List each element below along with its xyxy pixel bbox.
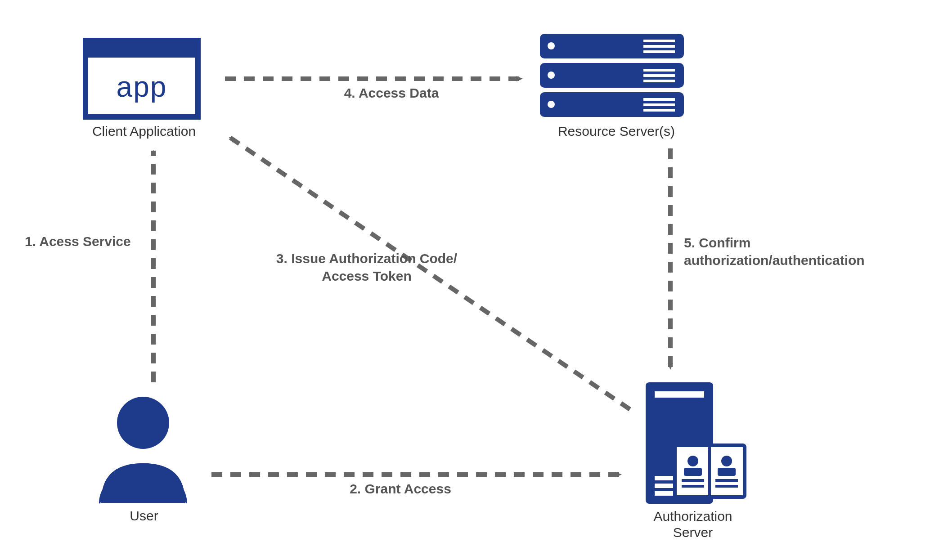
client-application-label: Client Application [76, 124, 211, 139]
user-icon [99, 397, 187, 504]
app-icon-text: app [117, 71, 167, 103]
svg-rect-21 [655, 476, 704, 480]
svg-point-18 [117, 397, 169, 449]
svg-rect-33 [715, 485, 738, 488]
auth-server-label-line1: Authorization [653, 509, 732, 524]
svg-point-30 [721, 456, 732, 466]
svg-rect-28 [682, 479, 704, 482]
svg-rect-31 [718, 468, 736, 476]
edge-label-step2: 2. Grant Access [342, 481, 459, 497]
svg-rect-5 [643, 40, 675, 42]
edge-label-step5: 5. Confirm authorization/authentication [684, 234, 891, 269]
svg-rect-27 [684, 468, 702, 476]
svg-rect-20 [655, 391, 704, 398]
svg-rect-8 [540, 63, 684, 88]
svg-rect-19 [646, 382, 713, 504]
resource-server-icon [540, 34, 684, 117]
svg-rect-22 [655, 484, 704, 488]
client-application-icon: app [85, 40, 198, 117]
svg-rect-3 [540, 34, 684, 58]
svg-point-14 [548, 101, 555, 108]
edge-label-step1: 1. Acess Service [25, 234, 142, 249]
svg-rect-15 [643, 98, 675, 101]
svg-rect-10 [643, 69, 675, 72]
svg-rect-12 [643, 80, 675, 82]
auth-server-label-line2: Server [673, 525, 713, 540]
svg-rect-29 [682, 485, 704, 488]
authorization-server-icon [646, 382, 745, 504]
svg-point-9 [548, 72, 555, 79]
edge-label-step3-line1: 3. Issue Authorization Code/ [276, 251, 457, 266]
edge-label-step5-line1: 5. Confirm [684, 235, 750, 250]
svg-rect-17 [643, 109, 675, 112]
svg-rect-23 [655, 491, 704, 496]
svg-rect-11 [643, 74, 675, 77]
svg-rect-2 [85, 40, 198, 58]
resource-server-label: Resource Server(s) [540, 124, 693, 139]
svg-rect-24 [675, 445, 745, 497]
user-label: User [112, 508, 175, 524]
svg-rect-1 [85, 40, 198, 117]
svg-point-4 [548, 42, 555, 49]
svg-point-26 [687, 456, 698, 466]
authorization-server-label: Authorization Server [634, 508, 751, 541]
edge-label-step5-line2: authorization/authentication [684, 253, 865, 268]
svg-rect-32 [715, 479, 738, 482]
oauth-flow-diagram: app [0, 0, 939, 560]
svg-rect-6 [643, 45, 675, 48]
svg-rect-7 [643, 50, 675, 53]
edge-label-step3: 3. Issue Authorization Code/ Access Toke… [261, 250, 472, 285]
edge-label-step3-line2: Access Token [322, 269, 412, 283]
edge-label-step4: 4. Access Data [333, 85, 450, 101]
svg-rect-16 [643, 103, 675, 106]
svg-rect-13 [540, 92, 684, 117]
